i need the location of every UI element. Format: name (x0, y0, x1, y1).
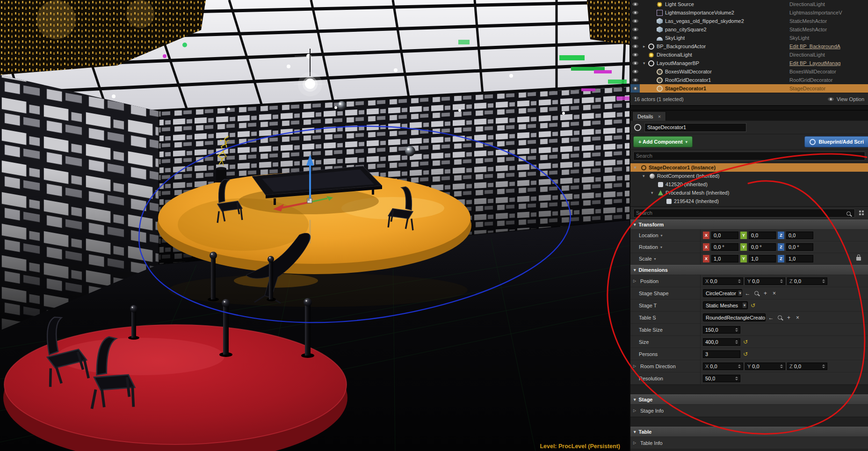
expander-triangle-icon[interactable]: ▷ (633, 364, 638, 368)
scale-x-field[interactable]: 1,0 (711, 255, 738, 262)
property-row-stage-info[interactable]: ▷ Stage Info (630, 405, 868, 417)
rotation-z-field[interactable]: 0,0 ° (786, 243, 813, 251)
outliner-row[interactable]: ▾LayoutManagerBP Edit BP_LayoutManag (630, 59, 868, 67)
expander-icon[interactable]: ▾ (651, 190, 656, 195)
visibility-eye-icon[interactable] (630, 34, 640, 42)
actor-name-field[interactable] (644, 123, 746, 132)
browse-asset-icon[interactable] (776, 314, 783, 321)
component-row-selected[interactable]: ▾ StageDecorator1 (Instance) (630, 163, 868, 172)
visibility-eye-icon[interactable] (630, 0, 640, 8)
visibility-eye-icon[interactable] (630, 25, 640, 34)
visibility-eye-icon[interactable] (630, 76, 640, 84)
close-icon[interactable]: × (658, 114, 661, 119)
add-component-button[interactable]: + Add Component ▾ (633, 136, 693, 147)
spinner-icon[interactable] (738, 364, 741, 368)
section-dimensions[interactable]: ▾ Dimensions (630, 265, 868, 275)
outliner-row[interactable]: Las_vegas_old_flipped_skydome2 StaticMes… (630, 17, 868, 25)
reset-arrow-icon[interactable]: ↺ (750, 302, 756, 309)
component-row[interactable]: 412520 (Inherited) (630, 180, 868, 189)
position-x-field[interactable]: X0,0 (703, 277, 743, 285)
visibility-eye-icon[interactable] (630, 17, 640, 25)
expander-icon[interactable]: ▾ (643, 174, 647, 178)
property-row-table-info[interactable]: ▷ Table Info (630, 437, 868, 449)
outliner-row[interactable]: LightmassImportanceVolume2 LightmassImpo… (630, 8, 868, 17)
spinner-icon[interactable] (780, 279, 783, 283)
reset-arrow-icon[interactable]: ↺ (742, 351, 749, 357)
expander-triangle-icon[interactable]: ▷ (633, 408, 638, 413)
edit-blueprint-link[interactable]: Edit BP_LayoutManag (789, 59, 868, 67)
expander-icon[interactable]: ▸ (643, 42, 648, 51)
visibility-eye-icon[interactable] (630, 59, 640, 67)
outliner-row[interactable]: ▸BP_BackgroundActor Edit BP_BackgroundA (630, 42, 868, 51)
section-table[interactable]: ▾ Table (630, 427, 868, 437)
spinner-icon[interactable] (735, 377, 738, 380)
outliner-row-selected[interactable]: StageDecorator1 StageDecorator (630, 84, 868, 93)
plus-icon[interactable]: + (762, 290, 769, 297)
room-direction-z-field[interactable]: Z0,0 (787, 363, 827, 370)
chevron-down-icon[interactable]: ▾ (660, 245, 662, 249)
spinner-icon[interactable] (822, 364, 825, 368)
size-field[interactable]: 400,0 (703, 338, 740, 346)
spinner-icon[interactable] (735, 340, 738, 344)
plus-icon[interactable]: + (785, 314, 792, 321)
view-options-button[interactable]: View Option (828, 96, 864, 102)
visibility-eye-icon[interactable] (630, 8, 640, 17)
blueprint-add-script-button[interactable]: Blueprint/Add Scri (804, 136, 868, 147)
visibility-eye-icon[interactable] (630, 51, 640, 59)
component-row-clipped[interactable]: 2195424 (Inherited) (630, 197, 868, 205)
outliner-row[interactable]: RoofGridDecorator1 RoofGridDecorator (630, 76, 868, 84)
clear-x-icon[interactable]: × (794, 314, 801, 321)
location-y-field[interactable]: 0,0 (749, 232, 776, 239)
edit-blueprint-link[interactable]: Edit BP_BackgroundA (789, 42, 868, 51)
rotation-y-field[interactable]: 0,0 ° (749, 243, 776, 251)
position-y-field[interactable]: Y0,0 (745, 277, 785, 285)
expander-icon[interactable]: ▾ (634, 165, 639, 170)
expander-triangle-icon[interactable]: ▷ (633, 441, 638, 445)
position-z-field[interactable]: Z0,0 (787, 277, 827, 285)
outliner-row[interactable]: DirectionalLight DirectionalLight (630, 51, 868, 59)
location-x-field[interactable]: 0,0 (711, 232, 738, 239)
spinner-icon[interactable] (735, 328, 738, 332)
component-row[interactable]: ▾ RootComponent (Inherited) (630, 172, 868, 180)
panel-splitter[interactable] (630, 105, 868, 110)
outliner-row[interactable]: Light Source DirectionalLight (630, 0, 868, 8)
resolution-field[interactable]: 50,0 (703, 375, 740, 382)
outliner-row[interactable]: pano_citySquare2 StaticMeshActor (630, 25, 868, 34)
room-direction-x-field[interactable]: X0,0 (703, 363, 743, 370)
scale-z-field[interactable]: 1,0 (786, 255, 813, 262)
reset-arrow-icon[interactable]: ↺ (742, 339, 749, 345)
spinner-icon[interactable] (780, 364, 783, 368)
chevron-down-icon[interactable]: ▾ (661, 233, 663, 238)
expander-icon[interactable]: ▾ (643, 59, 648, 67)
visibility-eye-icon[interactable] (630, 67, 640, 76)
scale-y-field[interactable]: 1,0 (749, 255, 776, 262)
table-s-dropdown[interactable]: RoundedRectangleCreator▾ (703, 313, 766, 321)
use-selected-asset-icon[interactable]: ← (767, 314, 774, 321)
tab-details[interactable]: Details × (632, 111, 666, 121)
visibility-eye-icon[interactable] (630, 42, 640, 51)
rotation-x-field[interactable]: 0,0 ° (711, 243, 738, 251)
component-row[interactable]: ▾ Procedural Mesh (Inherited) (630, 189, 868, 197)
expander-triangle-icon[interactable]: ▷ (633, 279, 638, 283)
browse-asset-icon[interactable] (753, 290, 760, 297)
section-stage[interactable]: ▾ Stage (630, 394, 868, 405)
viewport-3d[interactable]: Level: ProcLevel (Persistent) (0, 0, 629, 451)
clear-x-icon[interactable]: × (771, 290, 778, 297)
use-selected-asset-icon[interactable]: ← (744, 290, 751, 297)
outliner-row[interactable]: BoxesWallDecorator BoxesWallDecorator (630, 67, 868, 76)
visibility-eye-icon[interactable] (630, 84, 640, 93)
outliner-row[interactable]: SkyLight SkyLight (630, 34, 868, 42)
room-direction-y-field[interactable]: Y0,0 (745, 363, 785, 370)
persons-field[interactable]: 3 (703, 350, 740, 358)
location-z-field[interactable]: 0,0 (786, 232, 813, 239)
spinner-icon[interactable] (822, 279, 825, 283)
stage-t-dropdown[interactable]: Static Meshes▾ (703, 301, 748, 309)
table-size-field[interactable]: 150,0 (703, 326, 740, 334)
grid-view-icon[interactable] (859, 211, 861, 212)
chevron-down-icon[interactable]: ▾ (654, 257, 656, 261)
section-transform[interactable]: ▾ Transform (630, 219, 868, 230)
property-search-input[interactable] (633, 209, 855, 218)
component-search-input[interactable] (633, 152, 865, 160)
spinner-icon[interactable] (738, 279, 741, 283)
stage-shape-dropdown[interactable]: CircleCreator▾ (703, 289, 742, 297)
